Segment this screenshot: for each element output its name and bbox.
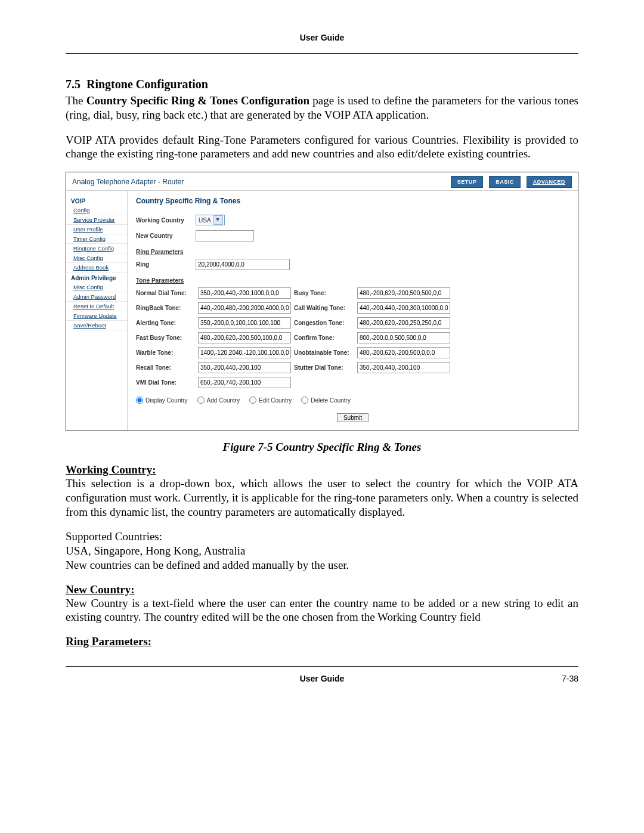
radio-display-country-input[interactable] — [136, 397, 143, 404]
tone-parameters-heading: Tone Parameters — [136, 277, 569, 284]
stutter-dial-tone-input[interactable] — [357, 362, 450, 373]
radio-edit-country-input[interactable] — [249, 397, 256, 404]
ring-label: Ring — [136, 261, 190, 268]
tab-basic[interactable]: BASIC — [489, 176, 521, 188]
content-area: Country Specific Ring & Tones Working Co… — [128, 191, 578, 431]
figure-caption: Figure 7-5 Country Specific Ring & Tones — [66, 441, 578, 454]
radio-add-country[interactable]: Add Country — [197, 397, 240, 404]
chevron-down-icon — [213, 215, 223, 225]
section-heading: 7.5 Ringtone Configuration — [66, 78, 578, 91]
unobtainable-tone-input[interactable] — [357, 347, 450, 358]
supported-countries-note: New countries can be defined and added m… — [66, 558, 578, 572]
app-title: Analog Telephone Adapter - Router — [72, 178, 184, 186]
vmi-dial-tone-label: VMI Dial Tone: — [136, 379, 196, 386]
supported-countries-label: Supported Countries: — [66, 529, 578, 544]
top-tabs: SETUP BASIC ADVANCED — [451, 176, 572, 188]
sidebar-item-user-profile[interactable]: User Profile — [66, 225, 127, 234]
busy-tone-input[interactable] — [357, 287, 450, 299]
congestion-tone-input[interactable] — [357, 317, 450, 329]
new-country-input[interactable] — [196, 230, 254, 241]
tab-advanced[interactable]: ADVANCED — [527, 176, 572, 188]
sidebar-item-misc-config[interactable]: Misc Config — [66, 253, 127, 263]
ring-parameters-doc-heading: Ring Parameters: — [66, 635, 578, 648]
call-waiting-tone-input[interactable] — [357, 302, 450, 314]
intro-paragraph-1: The Country Specific Ring & Tones Config… — [66, 94, 578, 122]
congestion-tone-label: Congestion Tone: — [294, 320, 354, 326]
working-country-select[interactable]: USA — [196, 215, 225, 225]
radio-edit-country[interactable]: Edit Country — [249, 397, 292, 404]
radio-delete-country-input[interactable] — [301, 397, 308, 404]
tone-grid: Normal Dial Tone: Busy Tone: RingBack To… — [136, 287, 569, 388]
ringback-tone-label: RingBack Tone: — [136, 305, 196, 311]
confirm-tone-label: Confirm Tone: — [294, 335, 354, 341]
sidebar-head-voip: VOIP — [66, 198, 127, 205]
new-country-heading: New Country: — [66, 583, 578, 596]
sidebar-item-ringtone-config[interactable]: Ringtone Config — [66, 244, 127, 253]
unobtainable-tone-label: Unobtainable Tone: — [294, 349, 354, 356]
radio-display-country[interactable]: Display Country — [136, 397, 188, 404]
screenshot-panel: Analog Telephone Adapter - Router SETUP … — [66, 172, 578, 431]
page-header: User Guide — [66, 33, 578, 53]
alerting-tone-label: Alerting Tone: — [136, 320, 196, 326]
working-country-value: USA — [199, 217, 211, 224]
footer-rule — [66, 666, 578, 667]
warble-tone-input[interactable] — [198, 347, 291, 358]
working-country-heading: Working Country: — [66, 463, 578, 476]
sidebar-item-service-provider[interactable]: Service Provider — [66, 215, 127, 225]
confirm-tone-input[interactable] — [357, 332, 450, 343]
fast-busy-tone-input[interactable] — [198, 332, 291, 343]
content-heading: Country Specific Ring & Tones — [136, 197, 569, 205]
page-footer: User Guide 7-38 — [66, 674, 578, 683]
sidebar-item-admin-password[interactable]: Admin Password — [66, 292, 127, 302]
header-rule — [66, 53, 578, 54]
alerting-tone-input[interactable] — [198, 317, 291, 329]
screenshot-topbar: Analog Telephone Adapter - Router SETUP … — [66, 172, 578, 191]
ring-parameters-heading: Ring Parameters — [136, 249, 569, 255]
sidebar-item-address-book[interactable]: Address Book — [66, 263, 127, 272]
footer-right: 7-38 — [562, 674, 578, 683]
working-country-label: Working Country — [136, 217, 190, 224]
normal-dial-input[interactable] — [198, 287, 291, 299]
recall-tone-label: Recall Tone: — [136, 364, 196, 371]
tab-setup[interactable]: SETUP — [451, 176, 484, 188]
footer-center: User Guide — [300, 674, 345, 683]
submit-button[interactable]: Submit — [337, 413, 369, 422]
new-country-label: New Country — [136, 233, 190, 239]
supported-countries-list: USA, Singapore, Hong Kong, Australia — [66, 544, 578, 558]
sidebar: VOIP Config Service Provider User Profil… — [66, 191, 128, 431]
call-waiting-tone-label: Call Waiting Tone: — [294, 305, 354, 311]
action-radios: Display Country Add Country Edit Country… — [136, 397, 569, 404]
radio-add-country-input[interactable] — [197, 397, 205, 404]
stutter-dial-tone-label: Stutter Dial Tone: — [294, 364, 354, 371]
recall-tone-input[interactable] — [198, 362, 291, 373]
sidebar-item-config[interactable]: Config — [66, 206, 127, 215]
sidebar-item-reset-default[interactable]: Reset to Default — [66, 302, 127, 311]
radio-delete-country[interactable]: Delete Country — [301, 397, 351, 404]
intro-paragraph-2: VOIP ATA provides default Ring-Tone Para… — [66, 133, 578, 162]
sidebar-item-firmware-update[interactable]: Firmware Update — [66, 311, 127, 321]
ring-input[interactable] — [196, 259, 290, 270]
sidebar-item-timer-config[interactable]: Timer Config — [66, 234, 127, 244]
new-country-body: New Country is a text-field where the us… — [66, 596, 578, 625]
vmi-dial-tone-input[interactable] — [198, 377, 291, 388]
sidebar-head-admin: Admin Privilege — [66, 275, 127, 281]
section-number: 7.5 — [66, 78, 80, 91]
normal-dial-label: Normal Dial Tone: — [136, 290, 196, 296]
sidebar-item-save-reboot[interactable]: Save/Reboot — [66, 321, 127, 330]
sidebar-item-misc-config-2[interactable]: Misc Config — [66, 283, 127, 292]
working-country-body: This selection is a drop-down box, which… — [66, 476, 578, 519]
ringback-tone-input[interactable] — [198, 302, 291, 314]
busy-tone-label: Busy Tone: — [294, 290, 354, 296]
warble-tone-label: Warble Tone: — [136, 349, 196, 356]
section-title: Ringtone Configuration — [86, 78, 208, 91]
fast-busy-tone-label: Fast Busy Tone: — [136, 335, 196, 341]
